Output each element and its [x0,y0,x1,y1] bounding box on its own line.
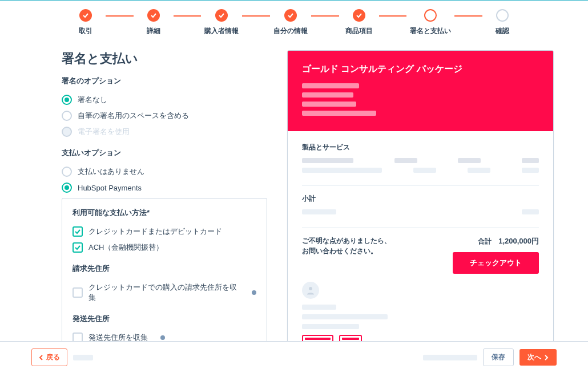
checkbox-billing-address[interactable]: クレジットカードでの購入の請求先住所を収集 [73,279,256,306]
checkbox-credit-debit[interactable]: クレジットカードまたはデビットカード [73,224,256,240]
chevron-right-icon [544,355,549,360]
footer-bar: 戻る 保存 次へ [0,341,588,373]
stepper: 取引 詳細 購入者情報 自分の情報 商品項目 署名と支払い 確認 [0,1,588,36]
radio-no-signature[interactable]: 署名なし [62,92,267,108]
preview-title: ゴールド コンサルティング パッケージ [302,63,539,75]
signature-heading: 署名のオプション [62,76,267,86]
checkout-button[interactable]: チェックアウト [453,252,539,274]
back-button[interactable]: 戻る [31,348,67,366]
step-self[interactable]: 自分の情報 [270,9,311,36]
info-dot-icon [252,290,256,295]
radio-no-payment[interactable]: 支払いはありません [62,164,267,180]
step-buyer[interactable]: 購入者情報 [201,9,242,36]
preview-products-heading: 製品とサービス [302,143,539,152]
next-button[interactable]: 次へ [519,349,557,366]
step-signature-payment[interactable]: 署名と支払い [406,9,454,36]
info-dot-icon [160,335,165,340]
page-title: 署名と支払い [62,50,267,67]
chevron-left-icon [39,355,43,360]
step-items[interactable]: 商品項目 [339,9,379,36]
step-details[interactable]: 詳細 [134,9,174,36]
quote-preview: ゴールド コンサルティング パッケージ 製品とサービス 小計 [287,50,554,355]
payment-subpanel: 利用可能な支払い方法* クレジットカードまたはデビットカード ACH（金融機関振… [62,198,267,355]
step-deal[interactable]: 取引 [66,9,106,36]
step-confirm[interactable]: 確認 [482,9,522,36]
payment-heading: 支払いオプション [62,148,267,158]
save-button[interactable]: 保存 [483,348,514,366]
svg-point-0 [309,287,312,290]
radio-esignature: 電子署名を使用 [62,124,267,140]
preview-subtotal-heading: 小計 [302,194,539,204]
preview-help-text: ご不明な点がありましたら、お問い合わせください。 [302,236,391,256]
radio-hubspot-payments[interactable]: HubSpot Payments [62,180,267,196]
checkbox-ach[interactable]: ACH（金融機関振替） [73,240,256,256]
avatar-icon [302,282,319,299]
radio-handwritten-space[interactable]: 自筆の署名用のスペースを含める [62,108,267,124]
